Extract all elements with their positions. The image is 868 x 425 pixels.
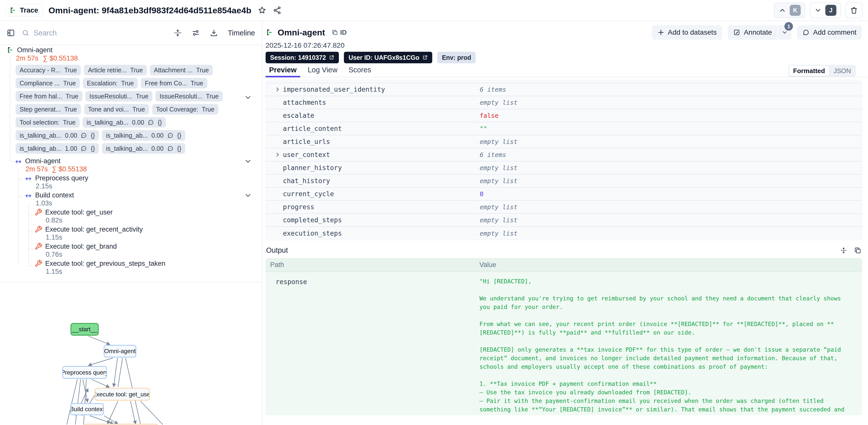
star-icon[interactable] [258, 6, 266, 15]
tree-run-item[interactable]: Execute tool: get_previous_steps_taken1.… [0, 259, 261, 275]
tab-log-view[interactable]: Log View [304, 65, 341, 77]
prev-keycap: K [790, 5, 801, 16]
root-duration: 2m 57s [16, 55, 38, 62]
badge-label: Tool selection: [20, 119, 59, 126]
copy-icon[interactable] [854, 247, 862, 254]
run-duration: 1.15s [46, 268, 62, 276]
run-duration: 2m 57s [26, 165, 48, 173]
run-duration: 1.03s [36, 199, 52, 207]
expand-vertical-icon[interactable] [840, 247, 847, 254]
graph-node[interactable]: Build context [70, 403, 104, 415]
feedback-badge[interactable]: IssueResoluti...True [155, 91, 222, 102]
tree-run-item[interactable]: Execute tool: get_brand0.76s [0, 242, 261, 258]
graph-node[interactable]: __start__ [70, 323, 99, 336]
chevron-down-icon[interactable] [244, 93, 252, 102]
tree-run-item[interactable]: Build context1.03s [0, 191, 261, 207]
feedback-badge[interactable]: Step generat...True [16, 104, 81, 115]
prev-run-button[interactable]: K [774, 2, 805, 18]
preview-row: attachmentsempty list [266, 96, 862, 109]
copy-id-button[interactable]: ID [332, 29, 347, 36]
feedback-badge[interactable]: is_talking_ab...0.00{} [16, 130, 99, 141]
run-duration: 0.76s [46, 251, 62, 258]
badge-json: {} [91, 132, 95, 139]
timeline-button[interactable]: Timeline [228, 29, 255, 37]
feedback-badge[interactable]: Article retrie...True [84, 65, 147, 75]
feedback-badges: Accuracy - R...TrueArticle retrie...True… [0, 62, 261, 154]
root-cost: ∑ $0.55138 [43, 55, 78, 62]
feedback-badge[interactable]: is_talking_ab...0.00{} [83, 117, 166, 128]
add-to-datasets-button[interactable]: Add to datasets [652, 25, 722, 40]
tab-preview[interactable]: Preview [266, 65, 300, 77]
graph-node[interactable] [84, 424, 158, 425]
preview-value: empty list [480, 203, 518, 211]
format-option-json[interactable]: JSON [830, 66, 855, 76]
annotate-dropdown-button[interactable]: 1 [778, 25, 792, 40]
tree-root-meta: 2m 57s ∑ $0.55138 [0, 54, 261, 62]
path-column-header: Path [270, 261, 284, 269]
panel-collapse-icon[interactable] [6, 29, 15, 37]
feedback-badge[interactable]: is_talking_ab...1.00{} [16, 143, 99, 154]
feedback-badge[interactable]: Attachment ...True [150, 65, 213, 75]
delete-trace-button[interactable] [845, 2, 863, 18]
annotate-pencil-icon [733, 29, 740, 36]
chevron-down-icon[interactable] [244, 157, 252, 165]
detail-tabs: Preview Log View Scores Formatted JSON [266, 65, 862, 77]
feedback-badge[interactable]: Escalation:True [83, 78, 138, 88]
badge-label: Compliance ... [20, 80, 60, 87]
tree-root-row[interactable]: Omni-agent [0, 46, 261, 54]
format-option-formatted[interactable]: Formatted [789, 66, 829, 76]
collapse-all-icon[interactable] [174, 29, 182, 37]
annotate-button[interactable]: Annotate [728, 25, 777, 40]
run-duration: 1.15s [46, 234, 62, 242]
trace-sidebar: Search Timeline [0, 21, 261, 425]
share-icon[interactable] [273, 6, 281, 15]
chevron-right-icon[interactable] [274, 151, 281, 158]
badge-value: True [132, 106, 145, 113]
preview-row: escalatefalse [266, 109, 862, 122]
run-duration: 0.82s [46, 217, 62, 224]
plus-icon [657, 29, 664, 36]
feedback-badge[interactable]: Tool Coverage:True [152, 104, 219, 115]
preview-row[interactable]: user_context6 items [266, 148, 862, 162]
chevron-down-icon[interactable] [244, 191, 252, 199]
preview-row[interactable]: impersonated_user_identity6 items [266, 83, 862, 96]
filter-sliders-icon[interactable] [191, 29, 200, 37]
feedback-badge[interactable]: Tool selection:True [16, 117, 80, 128]
metadata-badge[interactable]: User ID: UAFGx8s1CGo [344, 52, 432, 63]
add-comment-button[interactable]: Add comment [797, 25, 862, 40]
metadata-badge[interactable]: Session: 14910372 [266, 52, 339, 63]
feedback-badge[interactable]: Free from hal...True [16, 91, 82, 102]
trace-label: Trace [20, 6, 38, 14]
graph-node[interactable]: Preprocess query [62, 366, 107, 379]
run-name: Execute tool: get_brand [45, 243, 117, 250]
feedback-badge[interactable]: Accuracy - R...True [16, 65, 81, 75]
next-run-button[interactable]: J [810, 2, 841, 18]
preview-value: 0 [480, 190, 484, 198]
badge-label: Step generat... [20, 106, 61, 113]
badge-value: True [130, 66, 143, 74]
run-arrows-icon [25, 191, 32, 199]
feedback-badge[interactable]: IssueResoluti...True [85, 91, 152, 102]
output-path: response [276, 278, 307, 286]
chevron-right-icon[interactable] [274, 86, 281, 93]
graph-node[interactable]: Execute tool: get_user [95, 388, 150, 401]
badge-label: Free from hal... [20, 93, 62, 100]
graph-node[interactable]: Omni-agent [104, 345, 136, 358]
trace-breadcrumb[interactable]: Trace [5, 4, 43, 17]
tree-run-item[interactable]: Execute tool: get_user0.82s [0, 208, 261, 224]
feedback-badge[interactable]: Tone and voi...True [84, 104, 149, 115]
feedback-badge[interactable]: Compliance ...True [16, 78, 80, 88]
download-icon[interactable] [210, 29, 218, 37]
run-name: Build context [35, 191, 74, 199]
feedback-badge[interactable]: is_talking_ab...0.00{} [102, 143, 185, 154]
feedback-badge[interactable]: is_talking_ab...0.00{} [102, 130, 185, 141]
tree-run-item[interactable]: Omni-agent2m 57s∑ $0.55138 [0, 157, 261, 173]
tree-run-item[interactable]: Execute tool: get_recent_activity1.15s [0, 225, 261, 241]
tab-scores[interactable]: Scores [345, 65, 374, 77]
search-input[interactable]: Search [22, 29, 57, 37]
tree-run-item[interactable]: Preprocess query2.15s [0, 174, 261, 190]
feedback-badge[interactable]: Free from Co...True [141, 78, 207, 88]
badge-label: Free from Co... [145, 80, 187, 87]
badge-label: is_talking_ab... [106, 132, 148, 139]
preview-key: planner_history [283, 164, 342, 172]
